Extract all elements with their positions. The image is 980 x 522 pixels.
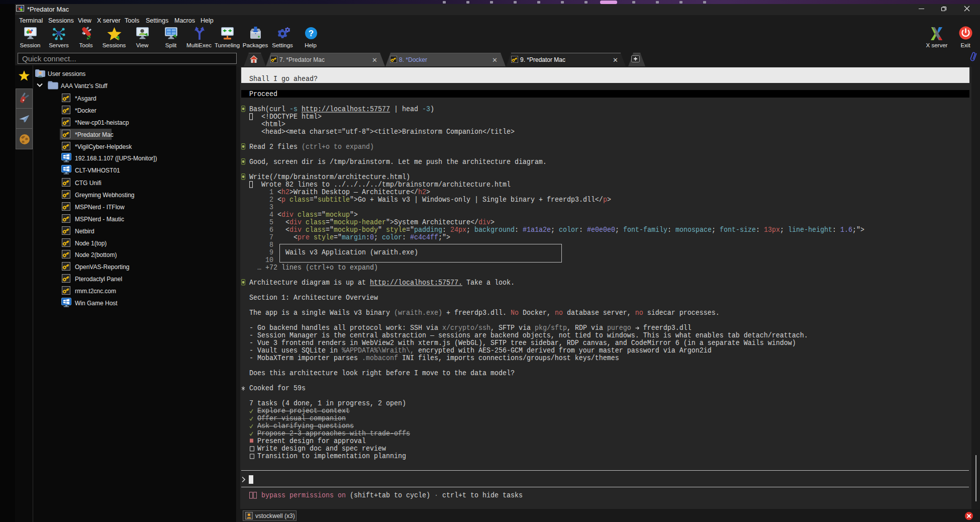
svg-text:?: ? <box>309 29 314 38</box>
svg-text:>_: >_ <box>17 6 20 8</box>
